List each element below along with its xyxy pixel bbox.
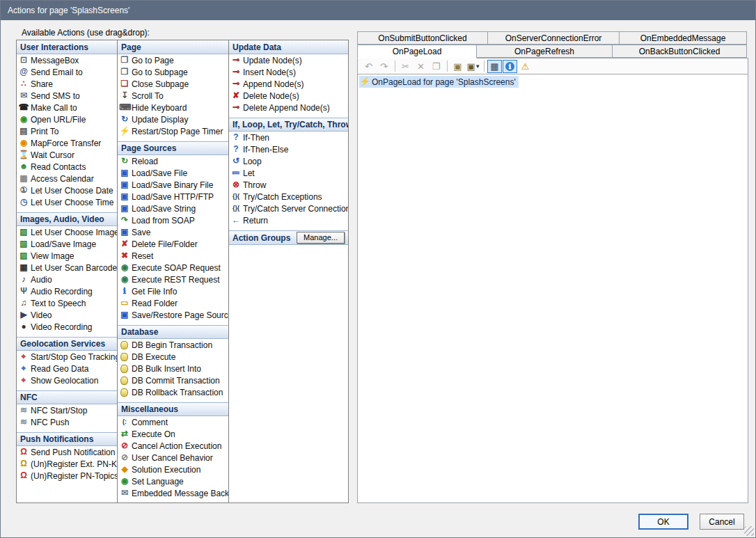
actions-editor[interactable]: ⚡ OnPageLoad for page 'SplashScreens' <box>358 74 748 503</box>
redo-icon[interactable]: ↷ <box>377 60 391 73</box>
action-item[interactable]: ◉Open URL/File <box>17 113 117 125</box>
action-item[interactable]: ☎Make Call to <box>17 102 117 113</box>
action-item[interactable]: Ω(Un)Register Ext. PN-Key <box>17 458 117 470</box>
action-item[interactable]: ▶Video <box>17 309 117 321</box>
action-item[interactable]: ⊸Insert Node(s) <box>229 66 348 78</box>
action-item[interactable]: ⚡Restart/Stop Page Timer <box>118 125 228 137</box>
action-item[interactable]: ▨View Image <box>17 250 117 262</box>
tab-onsubmitbuttonclicked[interactable]: OnSubmitButtonClicked <box>357 31 488 45</box>
action-item[interactable]: ◉Execute SOAP Request <box>118 262 228 274</box>
action-item[interactable]: ∴Share <box>17 78 117 90</box>
action-item[interactable]: ⇄Execute On <box>118 428 228 440</box>
action-item[interactable]: ⌖Start/Stop Geo Tracking <box>17 351 117 363</box>
action-item[interactable]: ♪Audio <box>17 274 117 285</box>
tab-onserverconnectionerror[interactable]: OnServerConnectionError <box>487 31 620 45</box>
action-item[interactable]: ▣Load/Save String <box>118 203 228 214</box>
action-item[interactable]: ♫Text to Speech <box>17 297 117 309</box>
manage-button[interactable]: Manage... <box>297 232 345 244</box>
paste-icon[interactable]: ▣ <box>450 60 465 73</box>
action-item[interactable]: ◉MapForce Transfer <box>17 137 117 149</box>
cut-icon[interactable]: ✂ <box>398 60 413 73</box>
action-item[interactable]: ≔Let <box>229 167 348 179</box>
action-item[interactable]: ⌛Wait Cursor <box>17 149 117 161</box>
action-item[interactable]: ▣Load/Save File <box>118 167 228 179</box>
action-item[interactable]: ⊸Append Node(s) <box>229 78 348 90</box>
grid-toggle-icon[interactable]: ▦ <box>487 60 502 73</box>
cancel-button[interactable]: Cancel <box>700 514 744 530</box>
action-item[interactable]: ↧Scroll To <box>118 90 228 102</box>
resize-grip[interactable] <box>744 526 754 536</box>
action-item[interactable]: DB Execute <box>118 351 228 363</box>
action-item[interactable]: ⊘Cancel Action Execution <box>118 440 228 452</box>
action-item[interactable]: ●Video Recording <box>17 321 117 333</box>
action-item[interactable]: ✖Reset <box>118 250 228 262</box>
action-item[interactable]: Ω(Un)Register PN-Topics <box>17 470 117 482</box>
action-item[interactable]: ↻Update Display <box>118 113 228 125</box>
info-toggle-icon[interactable]: ℹ <box>503 60 517 73</box>
action-item[interactable]: {}(Try/Catch Server Connection <box>229 203 348 214</box>
action-item[interactable]: ⌨Hide Keyboard <box>118 102 228 113</box>
action-item[interactable]: ◷Let User Choose Time <box>17 196 117 208</box>
event-entry-row[interactable]: ⚡ OnPageLoad for page 'SplashScreens' <box>359 76 519 88</box>
action-item[interactable]: ▦Access Calendar <box>17 173 117 184</box>
action-item[interactable]: ❐Go to Subpage <box>118 66 228 78</box>
action-item[interactable]: ▭Read Folder <box>118 297 228 309</box>
action-item[interactable]: ▣Load/Save HTTP/FTP <box>118 191 228 203</box>
action-item[interactable]: ≋NFC Push <box>17 416 117 428</box>
action-item[interactable]: ✉Embedded Message Back <box>118 487 228 499</box>
tab-onbackbuttonclicked[interactable]: OnBackButtonClicked <box>612 45 747 58</box>
action-item[interactable]: ◉Execute REST Request <box>118 274 228 285</box>
action-item[interactable]: ⊗Throw <box>229 179 348 191</box>
action-item[interactable]: ✘Delete File/Folder <box>118 238 228 250</box>
action-item[interactable]: ↷Load from SOAP <box>118 214 228 226</box>
action-item[interactable]: ΩSend Push Notification <box>17 446 117 458</box>
action-item[interactable]: ⌖Show Geolocation <box>17 374 117 386</box>
action-item[interactable]: ▣Save <box>118 226 228 238</box>
action-item[interactable]: ❐Go to Page <box>118 54 228 66</box>
action-item[interactable]: ?If-Then-Else <box>229 143 348 155</box>
action-item[interactable]: ⊘User Cancel Behavior <box>118 452 228 464</box>
action-item[interactable]: ▣Load/Save Binary File <box>118 179 228 191</box>
action-item[interactable]: ⊡MessageBox <box>17 54 117 66</box>
action-item[interactable]: ◆Solution Execution <box>118 464 228 475</box>
action-item[interactable]: ▨Let User Choose Image <box>17 226 117 238</box>
action-item[interactable]: {}(Try/Catch Exceptions <box>229 191 348 203</box>
copy-icon[interactable]: ❐ <box>429 60 443 73</box>
action-item[interactable]: ✘Delete Node(s) <box>229 90 348 102</box>
action-item[interactable]: ⊸Delete Append Node(s) <box>229 102 348 113</box>
action-item[interactable]: ⊸Update Node(s) <box>229 54 348 66</box>
action-item[interactable]: ℹGet File Info <box>118 285 228 297</box>
toolbar-separator <box>484 61 485 72</box>
action-item[interactable]: @Send Email to <box>17 66 117 78</box>
action-item[interactable]: ◉Set Language <box>118 475 228 487</box>
tab-onpageload[interactable]: OnPageLoad <box>357 45 477 58</box>
action-item[interactable]: ↺Loop <box>229 155 348 167</box>
undo-icon[interactable]: ↶ <box>361 60 376 73</box>
action-item[interactable]: (:Comment <box>118 416 228 428</box>
action-item[interactable]: ▤Print To <box>17 125 117 137</box>
action-item[interactable]: ▦Let User Scan Barcode <box>17 262 117 274</box>
warning-icon[interactable]: ⚠ <box>518 60 533 73</box>
action-item[interactable]: ΨAudio Recording <box>17 285 117 297</box>
action-item[interactable]: ?If-Then <box>229 132 348 143</box>
action-item[interactable]: DB Commit Transaction <box>118 374 228 386</box>
action-item[interactable]: DB Rollback Transaction <box>118 386 228 398</box>
action-item[interactable]: DB Begin Transaction <box>118 339 228 351</box>
action-item[interactable]: DB Bulk Insert Into <box>118 363 228 374</box>
delete-icon[interactable]: ✕ <box>414 60 428 73</box>
action-item[interactable]: ⌖Read Geo Data <box>17 363 117 374</box>
action-item[interactable]: ❏Close Subpage <box>118 78 228 90</box>
action-item[interactable]: ☻Read Contacts <box>17 161 117 173</box>
ok-button[interactable]: OK <box>638 514 688 530</box>
action-item[interactable]: ≋NFC Start/Stop <box>17 404 117 416</box>
action-item[interactable]: ▧Load/Save Image <box>17 238 117 250</box>
action-item-label: Wait Cursor <box>31 150 74 160</box>
tab-onembeddedmessage[interactable]: OnEmbeddedMessage <box>619 31 747 45</box>
action-item[interactable]: ▣Save/Restore Page Sources <box>118 309 228 321</box>
action-item[interactable]: ✉Send SMS to <box>17 90 117 102</box>
action-item[interactable]: ←Return <box>229 214 348 226</box>
paste-special-icon[interactable]: ▣▾ <box>466 60 480 73</box>
tab-onpagerefresh[interactable]: OnPageRefresh <box>476 45 613 58</box>
action-item[interactable]: ①Let User Choose Date <box>17 184 117 196</box>
action-item[interactable]: ↻Reload <box>118 155 228 167</box>
